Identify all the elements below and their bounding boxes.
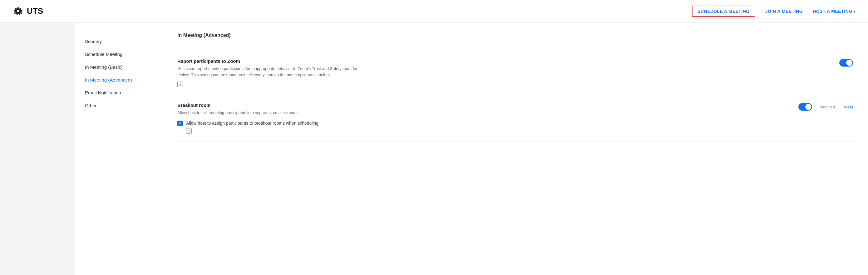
- sidebar-left: [0, 23, 75, 275]
- breakout-toggle-track: [798, 103, 812, 111]
- setting-breakout-title: Breakout room: [177, 103, 359, 108]
- content-area: In Meeting (Advanced) Report participant…: [162, 23, 868, 275]
- logo-text: UTS: [27, 6, 43, 16]
- logo: UTS: [12, 6, 43, 17]
- setting-report-content: Report participants to Zoom Hosts can re…: [177, 58, 359, 87]
- modified-label: Modified: [819, 105, 835, 109]
- join-meeting-nav[interactable]: JOIN A MEETING: [765, 9, 803, 14]
- report-toggle-track: [839, 59, 853, 66]
- report-toggle[interactable]: [839, 59, 853, 66]
- assign-participants-checkbox[interactable]: [177, 120, 183, 126]
- setting-report-participants: Report participants to Zoom Hosts can re…: [177, 51, 853, 95]
- sidebar-item-email-notification[interactable]: Email Notification: [75, 86, 162, 99]
- main-layout: Security Schedule Meeting In Meeting (Ba…: [0, 23, 868, 275]
- breakout-toggle[interactable]: [798, 103, 812, 111]
- header-nav: SCHEDULE A MEETING JOIN A MEETING HOST A…: [692, 6, 856, 17]
- uts-logo-icon: [12, 6, 24, 17]
- setting-breakout-right: Modified Reset: [798, 103, 853, 111]
- setting-breakout-room: Breakout room Allow host to split meetin…: [177, 95, 853, 142]
- breakout-toggle-thumb: [805, 104, 811, 110]
- sidebar-item-schedule-meeting[interactable]: Schedule Meeting: [75, 48, 162, 61]
- sidebar-item-in-meeting-basic[interactable]: In Meeting (Basic): [75, 61, 162, 74]
- sidebar-item-other[interactable]: Other: [75, 99, 162, 112]
- setting-report-title: Report participants to Zoom: [177, 58, 359, 64]
- host-meeting-nav[interactable]: HOST A MEETING: [813, 9, 856, 14]
- report-toggle-thumb: [846, 60, 852, 66]
- section-title: In Meeting (Advanced): [177, 32, 853, 42]
- header: UTS SCHEDULE A MEETING JOIN A MEETING HO…: [0, 0, 868, 23]
- sidebar-item-in-meeting-advanced[interactable]: In Meeting (Advanced): [75, 74, 162, 86]
- svg-point-0: [17, 10, 19, 12]
- schedule-meeting-nav[interactable]: SCHEDULE A MEETING: [692, 6, 755, 17]
- setting-report-right: [839, 58, 853, 66]
- reset-link[interactable]: Reset: [842, 105, 853, 109]
- assign-participants-text: Allow host to assign participants to bre…: [186, 120, 318, 134]
- sidebar-item-security[interactable]: Security: [75, 35, 162, 48]
- setting-report-desc: Hosts can report meeting participants fo…: [177, 65, 359, 78]
- report-info-icon[interactable]: ⊻: [177, 82, 183, 87]
- sub-option-label: Allow host to assign participants to bre…: [186, 120, 318, 126]
- assign-info-icon[interactable]: ⊻: [186, 128, 192, 134]
- sidebar-nav: Security Schedule Meeting In Meeting (Ba…: [75, 23, 162, 275]
- setting-breakout-content: Breakout room Allow host to split meetin…: [177, 103, 359, 134]
- breakout-sub-option: Allow host to assign participants to bre…: [177, 120, 359, 134]
- setting-breakout-desc: Allow host to split meeting participants…: [177, 110, 359, 116]
